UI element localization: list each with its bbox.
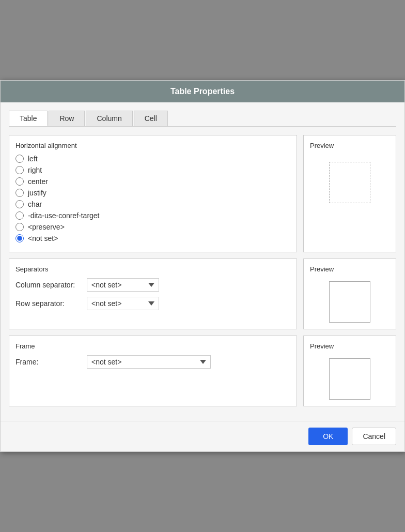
frame-label: Frame: bbox=[15, 358, 83, 366]
tabs-container: Table Row Column Cell bbox=[9, 111, 396, 127]
tab-row[interactable]: Row bbox=[49, 111, 85, 126]
ha-preview-label: Preview bbox=[310, 142, 334, 149]
radio-right[interactable]: right bbox=[15, 166, 290, 174]
sep-preview-label: Preview bbox=[310, 265, 334, 273]
radio-not-set-input[interactable] bbox=[15, 234, 24, 242]
separators-preview: Preview bbox=[303, 259, 396, 329]
column-separator-select[interactable]: <not set> 0 1 bbox=[87, 278, 159, 292]
frame-select[interactable]: <not set> all bottom none sides top topb… bbox=[87, 355, 211, 369]
row-separator-label: Row separator: bbox=[15, 299, 83, 308]
radio-char[interactable]: char bbox=[15, 200, 290, 208]
radio-dita[interactable]: -dita-use-conref-target bbox=[15, 211, 290, 220]
horizontal-alignment-title: Horizontal alignment bbox=[15, 142, 290, 149]
column-separator-label: Column separator: bbox=[15, 281, 83, 289]
radio-dita-label: -dita-use-conref-target bbox=[28, 211, 100, 220]
horizontal-alignment-panel: Horizontal alignment left right center j… bbox=[9, 135, 297, 252]
radio-center-label: center bbox=[28, 177, 48, 186]
radio-not-set[interactable]: <not set> bbox=[15, 234, 290, 242]
radio-not-set-label: <not set> bbox=[28, 234, 58, 242]
frame-preview: Preview bbox=[303, 336, 396, 406]
radio-justify-label: justify bbox=[28, 189, 46, 197]
frame-row: Frame: <not set> all bottom none sides t… bbox=[15, 355, 290, 369]
sep-preview-box bbox=[329, 281, 370, 323]
radio-left-input[interactable] bbox=[15, 155, 24, 163]
tab-column[interactable]: Column bbox=[86, 111, 132, 126]
tab-table[interactable]: Table bbox=[9, 111, 48, 126]
cancel-button[interactable]: Cancel bbox=[352, 428, 396, 445]
radio-char-input[interactable] bbox=[15, 200, 24, 208]
radio-justify-input[interactable] bbox=[15, 189, 24, 197]
radio-char-label: char bbox=[28, 200, 42, 208]
table-properties-dialog: Table Properties Table Row Column Cell H… bbox=[0, 80, 405, 452]
radio-right-label: right bbox=[28, 166, 42, 174]
row-separator-row: Row separator: <not set> 0 1 bbox=[15, 297, 290, 310]
ok-button[interactable]: OK bbox=[308, 428, 348, 445]
dialog-footer: OK Cancel bbox=[1, 421, 404, 451]
radio-center[interactable]: center bbox=[15, 177, 290, 186]
radio-dita-input[interactable] bbox=[15, 211, 24, 220]
frame-preview-box bbox=[329, 358, 370, 400]
column-separator-row: Column separator: <not set> 0 1 bbox=[15, 278, 290, 292]
horizontal-alignment-section: Horizontal alignment left right center j… bbox=[9, 135, 396, 252]
dialog-header: Table Properties bbox=[1, 81, 404, 102]
radio-left-label: left bbox=[28, 155, 38, 163]
radio-left[interactable]: left bbox=[15, 155, 290, 163]
row-separator-select[interactable]: <not set> 0 1 bbox=[87, 297, 159, 310]
frame-preview-wrapper bbox=[310, 354, 390, 400]
radio-preserve-input[interactable] bbox=[15, 223, 24, 231]
tab-cell[interactable]: Cell bbox=[134, 111, 168, 126]
radio-preserve[interactable]: <preserve> bbox=[15, 223, 290, 231]
frame-panel: Frame Frame: <not set> all bottom none s… bbox=[9, 336, 297, 406]
radio-right-input[interactable] bbox=[15, 166, 24, 174]
frame-title: Frame bbox=[15, 342, 290, 350]
radio-center-input[interactable] bbox=[15, 177, 24, 186]
separators-title: Separators bbox=[15, 265, 290, 273]
horizontal-alignment-preview: Preview bbox=[303, 135, 396, 252]
sep-preview-wrapper bbox=[310, 277, 390, 323]
radio-justify[interactable]: justify bbox=[15, 189, 290, 197]
ha-preview-wrapper bbox=[310, 154, 390, 246]
radio-preserve-label: <preserve> bbox=[28, 223, 65, 231]
separators-panel: Separators Column separator: <not set> 0… bbox=[9, 259, 297, 329]
frame-preview-label: Preview bbox=[310, 342, 334, 350]
dialog-body: Table Row Column Cell Horizontal alignme… bbox=[1, 102, 404, 421]
separators-section: Separators Column separator: <not set> 0… bbox=[9, 259, 396, 329]
dialog-title: Table Properties bbox=[170, 87, 235, 96]
frame-section: Frame Frame: <not set> all bottom none s… bbox=[9, 336, 396, 406]
ha-preview-box bbox=[329, 162, 370, 203]
